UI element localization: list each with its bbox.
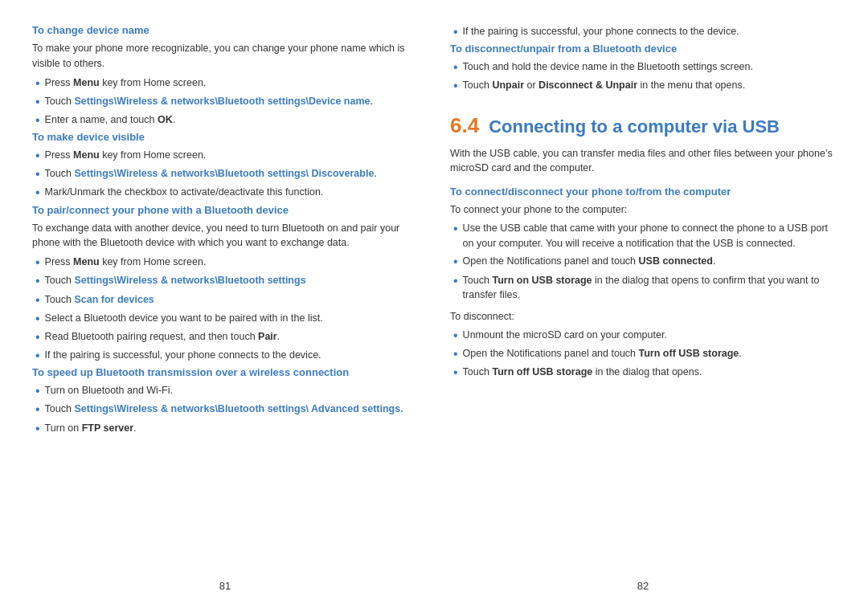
bullet-item: • Touch and hold the device name in the … — [450, 59, 836, 75]
heading-pair-connect: To pair/connect your phone with a Blueto… — [32, 204, 418, 216]
bullet-item: • If the pairing is successful, your pho… — [450, 24, 836, 39]
bullet-dot: • — [35, 348, 40, 363]
chapter-64-body: With the USB cable, you can transfer med… — [450, 146, 836, 177]
bullet-text: Touch Settings\Wireless & networks\Bluet… — [45, 402, 403, 417]
bullet-text: Select a Bluetooth device you want to be… — [45, 311, 323, 326]
bullet-dot: • — [453, 59, 458, 75]
heading-change-device-name: To change device name — [32, 24, 418, 36]
bullet-text: Enter a name, and touch OK. — [45, 112, 176, 128]
body-pair-connect: To exchange data with another device, yo… — [32, 221, 418, 251]
bullet-dot: • — [453, 24, 458, 39]
left-column: To change device name To make your phone… — [32, 24, 418, 592]
section-pair-connect: To pair/connect your phone with a Blueto… — [32, 204, 418, 367]
bullet-dot: • — [453, 346, 458, 361]
bullet-item: • Mark/Unmark the checkbox to activate/d… — [32, 185, 418, 200]
bullet-item: • If the pairing is successful, your pho… — [32, 348, 418, 363]
bullet-item: • Turn on FTP server. — [32, 421, 418, 436]
bullet-text: Turn on Bluetooth and Wi-Fi. — [45, 383, 173, 398]
bullet-text: Press Menu key from Home screen. — [45, 148, 207, 163]
sub-heading-connect: To connect your phone to the computer: — [450, 202, 836, 218]
bullet-item: • Read Bluetooth pairing request, and th… — [32, 329, 418, 345]
page-container: To change device name To make your phone… — [0, 0, 868, 616]
heading-disconnect-unpair: To disconnect/unpair from a Bluetooth de… — [450, 43, 836, 55]
bullet-dot: • — [453, 273, 458, 288]
bullet-text: Touch and hold the device name in the Bl… — [463, 59, 753, 75]
bullet-dot: • — [35, 421, 40, 436]
bullet-dot: • — [35, 402, 40, 417]
bullet-dot: • — [35, 148, 40, 163]
section-make-device-visible: To make device visible • Press Menu key … — [32, 131, 418, 204]
bullet-dot: • — [453, 254, 458, 269]
bullet-dot: • — [35, 185, 40, 200]
heading-speed-up-bluetooth: To speed up Bluetooth transmission over … — [32, 366, 418, 378]
bullet-dot: • — [35, 311, 40, 326]
section-connect-disconnect-computer: To connect/disconnect your phone to/from… — [450, 186, 836, 383]
bullet-text: If the pairing is successful, your phone… — [463, 24, 739, 39]
bullet-dot: • — [35, 329, 40, 345]
bullet-dot: • — [35, 166, 40, 182]
bullet-text: If the pairing is successful, your phone… — [45, 348, 321, 363]
bullet-dot: • — [35, 94, 40, 109]
bullet-item: • Use the USB cable that came with your … — [450, 221, 836, 251]
bullet-dot: • — [453, 365, 458, 380]
bullet-item: • Select a Bluetooth device you want to … — [32, 311, 418, 326]
bullet-item: • Touch Settings\Wireless & networks\Blu… — [32, 94, 418, 109]
chapter-64-heading: 6.4 Connecting to a computer via USB — [450, 113, 836, 138]
page-number-right: 82 — [637, 580, 649, 592]
bullet-text: Touch Turn on USB storage in the dialog … — [463, 273, 836, 304]
bullet-item: • Turn on Bluetooth and Wi-Fi. — [32, 383, 418, 398]
bullet-text: Touch Settings\Wireless & networks\Bluet… — [45, 273, 306, 288]
bullet-dot: • — [35, 75, 40, 91]
bullet-item: • Touch Unpair or Disconnect & Unpair in… — [450, 78, 836, 93]
heading-connect-disconnect-computer: To connect/disconnect your phone to/from… — [450, 186, 836, 198]
bullet-dot: • — [453, 328, 458, 343]
bullet-item: • Touch Settings\Wireless & networks\Blu… — [32, 273, 418, 288]
sub-heading-disconnect: To disconnect: — [450, 309, 836, 324]
bullet-item: • Press Menu key from Home screen. — [32, 148, 418, 163]
bullet-dot: • — [35, 255, 40, 270]
bullet-text: Open the Notifications panel and touch T… — [463, 346, 742, 361]
bullet-text: Touch Settings\Wireless & networks\Bluet… — [45, 94, 373, 109]
bullet-text: Read Bluetooth pairing request, and then… — [45, 329, 280, 345]
bullet-item: • Touch Turn on USB storage in the dialo… — [450, 273, 836, 304]
page-number-left: 81 — [219, 580, 231, 592]
chapter-title: Connecting to a computer via USB — [489, 116, 780, 137]
bullet-text: Mark/Unmark the checkbox to activate/dea… — [45, 185, 324, 200]
bullet-item: • Touch Scan for devices — [32, 292, 418, 308]
bullet-item: • Open the Notifications panel and touch… — [450, 254, 836, 269]
bullet-dot: • — [453, 78, 458, 93]
bullet-text: Touch Settings\Wireless & networks\Bluet… — [45, 166, 377, 182]
bullet-text: Touch Unpair or Disconnect & Unpair in t… — [463, 78, 746, 93]
bullet-dot: • — [35, 292, 40, 308]
bullet-item: • Touch Settings\Wireless & networks\Blu… — [32, 166, 418, 182]
bullet-text: Press Menu key from Home screen. — [45, 75, 207, 91]
bullet-text: Press Menu key from Home screen. — [45, 255, 207, 270]
heading-make-device-visible: To make device visible — [32, 131, 418, 143]
bullet-item: • Touch Turn off USB storage in the dial… — [450, 365, 836, 380]
bullet-item: • Press Menu key from Home screen. — [32, 75, 418, 91]
bullet-text: Touch Scan for devices — [45, 292, 154, 308]
chapter-number: 6.4 — [450, 113, 479, 138]
bullet-dot: • — [35, 273, 40, 288]
body-change-device-name: To make your phone more recognizable, yo… — [32, 41, 418, 71]
bullet-text: Turn on FTP server. — [45, 421, 137, 436]
section-change-device-name: To change device name To make your phone… — [32, 24, 418, 131]
bullet-dot: • — [35, 112, 40, 128]
bullet-text: Open the Notifications panel and touch U… — [463, 254, 716, 269]
bullet-text: Use the USB cable that came with your ph… — [463, 221, 836, 251]
bullet-item: • Unmount the microSD card on your compu… — [450, 328, 836, 343]
bullet-item: • Touch Settings\Wireless & networks\Blu… — [32, 402, 418, 417]
bullet-text: Unmount the microSD card on your compute… — [463, 328, 667, 343]
bullet-dot: • — [453, 221, 458, 236]
bullet-dot: • — [35, 383, 40, 398]
section-speed-up-bluetooth: To speed up Bluetooth transmission over … — [32, 366, 418, 439]
bullet-item: • Press Menu key from Home screen. — [32, 255, 418, 270]
section-disconnect-unpair: To disconnect/unpair from a Bluetooth de… — [450, 43, 836, 96]
bullet-text: Touch Turn off USB storage in the dialog… — [463, 365, 702, 380]
bullet-item: • Enter a name, and touch OK. — [32, 112, 418, 128]
right-column: • If the pairing is successful, your pho… — [450, 24, 836, 592]
bullet-item: • Open the Notifications panel and touch… — [450, 346, 836, 361]
